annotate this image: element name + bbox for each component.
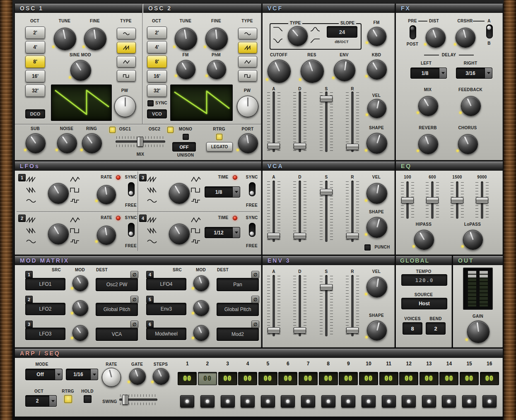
osc2-type-square-button[interactable] <box>238 70 257 82</box>
step-display[interactable]: 00 <box>420 372 439 385</box>
lfo2-rate-knob[interactable] <box>97 226 116 245</box>
delay-mix-knob[interactable] <box>418 96 438 116</box>
osc1-oct-2-button[interactable]: 2' <box>25 27 45 39</box>
step-button[interactable] <box>442 395 456 408</box>
osc1-oct-4-button[interactable]: 4' <box>25 41 45 53</box>
step-button[interactable] <box>281 395 295 408</box>
step-button[interactable] <box>462 395 476 408</box>
env3-sustain-slider[interactable] <box>319 275 333 336</box>
chorus-knob[interactable] <box>458 134 478 154</box>
lfo2-wave-knob[interactable] <box>48 224 69 244</box>
mod-amount-knob[interactable] <box>193 325 209 341</box>
mod-src-select[interactable]: Env3 <box>146 303 186 315</box>
mod-amount-knob[interactable] <box>193 275 209 291</box>
env3-shape-knob[interactable] <box>367 321 387 340</box>
mod-src-select[interactable]: LFO2 <box>25 303 65 315</box>
step-button[interactable] <box>362 395 376 408</box>
osc2-vco-button[interactable]: VCO <box>147 109 167 118</box>
triangle-wave-icon[interactable] <box>190 176 201 182</box>
ramp-up-wave-icon[interactable] <box>26 217 36 223</box>
step-button[interactable] <box>180 395 194 408</box>
random-steps-wave-icon[interactable] <box>70 239 80 244</box>
lfo3-sync-free-toggle[interactable] <box>249 182 256 196</box>
bend-value-box[interactable]: 2 <box>426 322 446 335</box>
noise-knob[interactable] <box>57 133 77 153</box>
mod-dest-select[interactable]: Global Pitch <box>96 303 138 316</box>
feedback-knob[interactable] <box>461 96 481 116</box>
cutoff-knob[interactable] <box>268 60 291 83</box>
ramp-down-wave-icon[interactable] <box>147 228 157 234</box>
steps-knob[interactable] <box>153 368 169 385</box>
random-steps-wave-icon[interactable] <box>190 198 201 204</box>
mod-amount-knob[interactable] <box>72 275 88 291</box>
arp-rate-knob[interactable] <box>102 368 121 387</box>
mod-amount-knob[interactable] <box>72 300 88 316</box>
osc2-type-sine-button[interactable] <box>238 28 257 39</box>
square-wave-icon[interactable] <box>190 228 201 234</box>
step-button[interactable] <box>221 395 235 408</box>
osc1-sine-mod-knob[interactable] <box>70 60 91 81</box>
dist-knob[interactable] <box>426 28 446 48</box>
vcf-env-knob[interactable] <box>334 60 355 81</box>
osc2-fine-knob[interactable] <box>205 28 228 50</box>
ramp-down-wave-icon[interactable] <box>147 187 157 193</box>
step-display[interactable]: 00 <box>319 372 338 385</box>
step-button[interactable] <box>482 395 497 408</box>
lfo4-time-select[interactable]: 1/12 <box>205 227 240 238</box>
step-display[interactable]: 00 <box>339 372 358 385</box>
osc1-oct-8-button[interactable]: 8' <box>25 56 45 68</box>
step-display[interactable]: 00 <box>178 372 197 385</box>
mono-button[interactable] <box>183 134 189 140</box>
step-button[interactable] <box>382 395 396 408</box>
osc1-pw-knob[interactable] <box>114 96 136 117</box>
sub-knob[interactable] <box>26 133 46 153</box>
mod-src-select[interactable]: LFO3 <box>25 328 65 340</box>
osc1-dco-button[interactable]: DCO <box>25 109 45 118</box>
dropdown-arrow-icon[interactable] <box>485 68 492 78</box>
lfo1-rate-knob[interactable] <box>97 185 116 204</box>
step-button[interactable] <box>402 395 416 408</box>
osc-mix-slider[interactable] <box>116 136 165 147</box>
mod-dest-select[interactable]: Mod2 <box>217 328 259 341</box>
osc1-type-triangle-button[interactable] <box>117 56 136 68</box>
lfo1-wave-knob[interactable] <box>48 183 69 204</box>
mod-src-select[interactable]: Modwheel <box>146 328 186 340</box>
filter-type-knob[interactable] <box>288 26 308 46</box>
arp-mode-select[interactable]: Off <box>25 369 63 380</box>
osc2-oct-2-button[interactable]: 2' <box>147 27 167 39</box>
eq-band-600-slider[interactable] <box>425 181 439 219</box>
eq-band-100-slider[interactable] <box>400 181 415 219</box>
step-display[interactable]: 00 <box>238 372 257 385</box>
step-display[interactable]: 00 <box>359 372 378 385</box>
ramp-up-wave-icon[interactable] <box>26 176 36 182</box>
sine-wave-icon[interactable] <box>147 198 157 204</box>
ramp-down-wave-icon[interactable] <box>26 187 36 193</box>
step-display[interactable]: 00 <box>399 372 418 385</box>
mod-bypass-button[interactable]: ∅ <box>130 296 138 303</box>
env3-vel-knob[interactable] <box>367 277 387 297</box>
gate-knob[interactable] <box>129 368 146 385</box>
mod-src-select[interactable]: LFO1 <box>25 278 65 290</box>
voices-value-box[interactable]: 8 <box>403 322 422 335</box>
osc2-type-saw-button[interactable] <box>238 42 257 53</box>
osc2-type-triangle-button[interactable] <box>238 56 257 68</box>
hold-button[interactable] <box>84 395 92 403</box>
dropdown-arrow-icon[interactable] <box>49 396 56 406</box>
osc1-type-sine-button[interactable] <box>117 28 136 39</box>
arp-rate-select[interactable]: 1/16 <box>66 369 98 380</box>
dropdown-arrow-icon[interactable] <box>439 68 446 78</box>
ramp-up-wave-icon[interactable] <box>147 176 157 182</box>
rtrg-button[interactable] <box>216 134 222 140</box>
gain-knob[interactable] <box>467 321 489 343</box>
step-button[interactable] <box>301 395 315 408</box>
mod-dest-select[interactable]: Osc2 PW <box>96 278 138 291</box>
lfo4-sync-free-toggle[interactable] <box>249 223 256 237</box>
random-steps-wave-icon[interactable] <box>70 198 80 204</box>
dist-pre-post-toggle[interactable] <box>410 25 416 39</box>
mod-dest-select[interactable]: Pan <box>217 278 259 291</box>
osc2-tune-knob[interactable] <box>175 28 197 50</box>
ramp-up-wave-icon[interactable] <box>147 217 157 223</box>
mod-bypass-button[interactable]: ∅ <box>130 271 138 278</box>
dropdown-arrow-icon[interactable] <box>232 227 240 238</box>
vca-sustain-slider[interactable] <box>319 181 333 242</box>
